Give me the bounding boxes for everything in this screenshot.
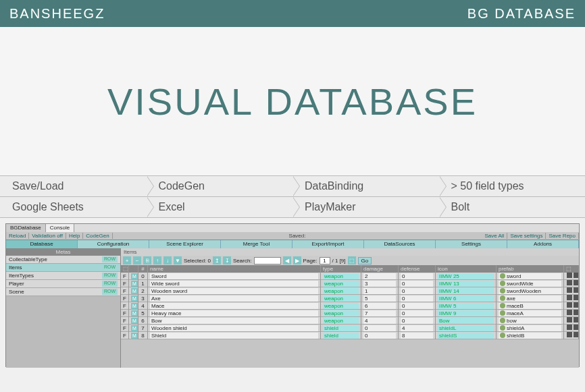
copy-icon[interactable]: ⎘	[143, 256, 151, 264]
cell-prefab[interactable]: shieldB	[497, 332, 564, 339]
table-row[interactable]: FM1Wide swordweapon30IIMW 13swordWide	[121, 280, 579, 287]
sort-asc-icon[interactable]: ↥	[213, 256, 221, 264]
row-flag[interactable]: F	[121, 325, 129, 332]
cell-defense[interactable]: 4	[399, 325, 436, 332]
help-button[interactable]: Help	[66, 233, 83, 239]
col-name[interactable]: name	[148, 265, 321, 273]
tab-database[interactable]: Database	[6, 240, 78, 248]
cell-defense[interactable]: 0	[399, 280, 436, 287]
save-all-button[interactable]: Save All	[482, 233, 507, 239]
row-flag[interactable]: F	[121, 302, 129, 310]
col-index[interactable]: #	[138, 265, 148, 273]
cell-name[interactable]: Mace	[148, 302, 321, 310]
cell-icon[interactable]: IIMW 5	[436, 302, 497, 310]
prev-page-icon[interactable]: ◀	[283, 256, 291, 264]
row-flag[interactable]: F	[121, 317, 129, 325]
tab-addons[interactable]: Addons	[507, 240, 579, 248]
cell-prefab[interactable]: shieldA	[497, 325, 564, 332]
cell-damage[interactable]: 0	[361, 325, 399, 332]
row-flag[interactable]: F	[121, 287, 129, 295]
tab-merge-tool[interactable]: Merge Tool	[221, 240, 292, 248]
cell-prefab[interactable]: swordWooden	[497, 287, 564, 295]
cell-name[interactable]: Wooden sword	[148, 287, 321, 295]
page-input[interactable]	[320, 257, 330, 264]
cell-type[interactable]: weapon	[321, 273, 361, 280]
cell-prefab[interactable]: maceB	[497, 302, 564, 310]
save-repo-button[interactable]: Save Repo	[546, 233, 579, 239]
table-row[interactable]: FM8Shieldshield08shieldSshieldB	[121, 332, 579, 339]
cell-prefab[interactable]: sword	[497, 273, 564, 280]
row-menu[interactable]: M	[129, 287, 138, 295]
save-settings-button[interactable]: Save settings	[507, 233, 546, 239]
sidebar-item-collectabletype[interactable]: CollectableTypeROW	[6, 256, 120, 264]
delete-icon[interactable]: −	[133, 256, 141, 264]
row-actions[interactable]	[564, 331, 579, 339]
cell-type[interactable]: shield	[321, 325, 361, 332]
cell-type[interactable]: weapon	[321, 310, 361, 317]
search-input[interactable]	[254, 257, 281, 264]
page-size-icon[interactable]: ⬚	[348, 256, 356, 264]
col-flag[interactable]: ⬚	[121, 265, 129, 273]
table-row[interactable]: FM2Wooden swordweapon10IIMW 14swordWoode…	[121, 287, 579, 295]
cell-name[interactable]: Wooden shield	[148, 325, 321, 332]
tab-export-import[interactable]: Export/Import	[292, 240, 364, 248]
cell-name[interactable]: Sword	[148, 273, 321, 280]
tab-bgdatabase[interactable]: BGDatabase	[6, 224, 46, 232]
cell-type[interactable]: weapon	[321, 280, 361, 287]
table-row[interactable]: FM5Heavy maceweapon70IIMW 9maceA	[121, 310, 579, 317]
cell-damage[interactable]: 7	[361, 310, 399, 317]
cell-damage[interactable]: 2	[361, 273, 399, 280]
tab-datasources[interactable]: DataSources	[364, 240, 436, 248]
row-menu[interactable]: M	[129, 310, 138, 317]
cell-icon[interactable]: IIMW 13	[436, 280, 497, 287]
cell-defense[interactable]: 0	[399, 273, 436, 280]
cell-icon[interactable]: IIMW 14	[436, 287, 497, 295]
cell-type[interactable]: weapon	[321, 295, 361, 302]
cell-icon[interactable]: Bow	[436, 317, 497, 325]
table-row[interactable]: FM0Swordweapon20IIMW 25sword	[121, 273, 579, 280]
cell-icon[interactable]: IIMW 9	[436, 310, 497, 317]
cell-damage[interactable]: 4	[361, 317, 399, 325]
cell-name[interactable]: Heavy mace	[148, 310, 321, 317]
row-menu[interactable]: M	[129, 280, 138, 287]
cell-type[interactable]: weapon	[321, 317, 361, 325]
table-row[interactable]: FM3Axeweapon50IIMW 6axe	[121, 295, 579, 302]
table-row[interactable]: FM7Wooden shieldshield04shieldLshieldA	[121, 325, 579, 332]
up-icon[interactable]: ↑	[153, 256, 161, 264]
reload-button[interactable]: Reload	[6, 233, 29, 239]
row-menu[interactable]: M	[129, 302, 138, 310]
down-icon[interactable]: ↓	[163, 256, 172, 264]
row-flag[interactable]: F	[121, 295, 129, 302]
sidebar-item-items[interactable]: ItemsROW	[6, 264, 120, 272]
tab-configuration[interactable]: Configuration	[78, 240, 149, 248]
row-flag[interactable]: F	[121, 332, 129, 339]
cell-prefab[interactable]: bow	[497, 317, 564, 325]
col-defense[interactable]: defense	[399, 265, 436, 273]
cell-name[interactable]: Wide sword	[148, 280, 321, 287]
tab-console[interactable]: Console	[46, 224, 74, 232]
cell-name[interactable]: Axe	[148, 295, 321, 302]
validation-button[interactable]: Validation off	[29, 233, 66, 239]
cell-defense[interactable]: 0	[399, 287, 436, 295]
cell-name[interactable]: Bow	[148, 317, 321, 325]
cell-type[interactable]: shield	[321, 332, 361, 339]
cell-icon[interactable]: IIMW 25	[436, 273, 497, 280]
codegen-button[interactable]: CodeGen	[83, 233, 112, 239]
cell-damage[interactable]: 3	[361, 280, 399, 287]
tab-settings[interactable]: Settings	[436, 240, 507, 248]
cell-damage[interactable]: 1	[361, 287, 399, 295]
cell-prefab[interactable]: axe	[497, 295, 564, 302]
cell-damage[interactable]: 5	[361, 295, 399, 302]
cell-icon[interactable]: shieldS	[436, 332, 497, 339]
filter-icon[interactable]: ▼	[174, 256, 182, 264]
cell-damage[interactable]: 6	[361, 302, 399, 310]
sidebar-item-player[interactable]: PlayerROW	[6, 280, 120, 288]
tab-scene-explorer[interactable]: Scene Explorer	[149, 240, 221, 248]
cell-type[interactable]: weapon	[321, 287, 361, 295]
row-menu[interactable]: M	[129, 317, 138, 325]
cell-prefab[interactable]: maceA	[497, 310, 564, 317]
col-type[interactable]: type	[321, 265, 361, 273]
row-menu[interactable]: M	[129, 295, 138, 302]
cell-defense[interactable]: 0	[399, 295, 436, 302]
col-icon[interactable]: icon	[436, 265, 497, 273]
